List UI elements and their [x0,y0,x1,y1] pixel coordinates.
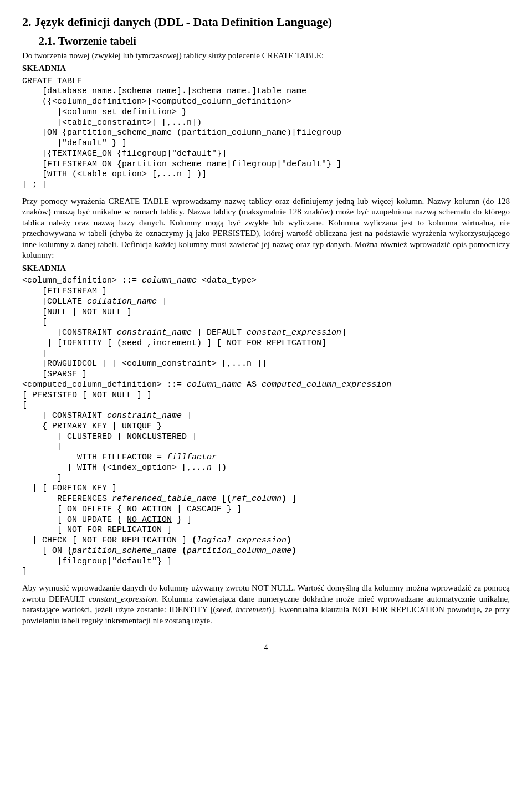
code-block-column-definition: <column_definition> ::= column_name <dat… [22,276,510,577]
skladnia-label-2: SKŁADNIA [22,263,510,274]
skladnia-label-1: SKŁADNIA [22,63,510,74]
subsection-heading: 2.1. Tworzenie tabeli [39,34,510,48]
description-paragraph: Przy pomocy wyrażenia CREATE TABLE wprow… [22,196,510,261]
intro-paragraph: Do tworzenia nowej (zwykłej lub tymczaso… [22,50,510,61]
closing-paragraph: Aby wymusić wprowadzanie danych do kolum… [22,583,510,626]
section-heading: 2. Język definicji danych (DDL - Data De… [22,14,510,30]
code-block-create-table: CREATE TABLE [database_name.[schema_name… [22,76,510,191]
page-number: 4 [22,643,510,653]
